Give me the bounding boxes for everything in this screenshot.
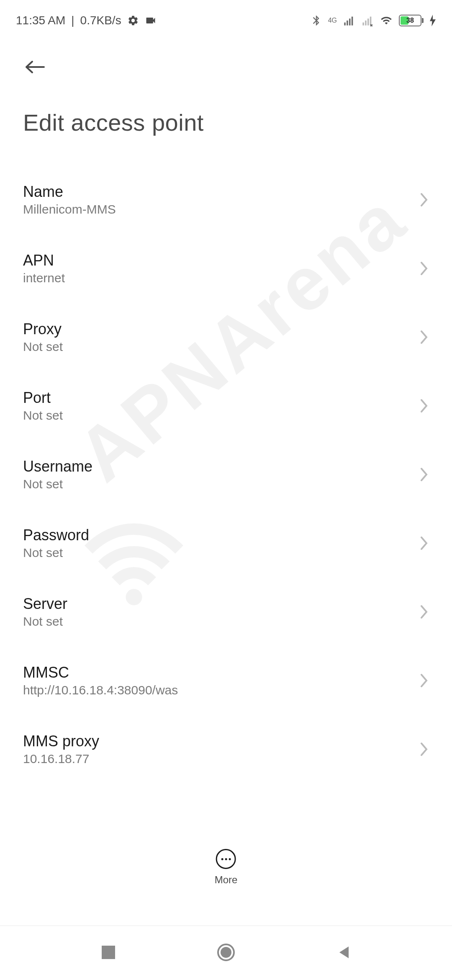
signal-sim2-icon [361, 15, 374, 26]
setting-title: Name [23, 183, 419, 201]
setting-mmsc[interactable]: MMSC http://10.16.18.4:38090/was [23, 646, 429, 715]
chevron-right-icon [419, 741, 429, 758]
setting-mms-proxy[interactable]: MMS proxy 10.16.18.77 [23, 715, 429, 770]
svg-rect-9 [102, 946, 115, 959]
setting-value: Not set [23, 546, 419, 560]
triangle-icon [336, 945, 351, 960]
charging-icon [429, 15, 436, 26]
nav-recent-button[interactable] [101, 945, 116, 962]
setting-value: internet [23, 271, 419, 285]
network-4g-label: 4G [328, 17, 337, 24]
settings-icon [127, 15, 139, 26]
wifi-icon [380, 15, 393, 26]
setting-password[interactable]: Password Not set [23, 509, 429, 578]
chevron-right-icon [419, 466, 429, 483]
chevron-right-icon [419, 191, 429, 208]
back-arrow-icon [23, 59, 48, 75]
navigation-bar [0, 926, 452, 980]
setting-value: Not set [23, 340, 419, 354]
setting-title: Username [23, 458, 419, 475]
setting-proxy[interactable]: Proxy Not set [23, 303, 429, 371]
square-icon [101, 945, 116, 960]
circle-icon [217, 943, 235, 962]
battery-pct: 38 [406, 17, 414, 24]
setting-title: Password [23, 526, 419, 544]
bluetooth-icon [311, 15, 322, 26]
chevron-right-icon [419, 329, 429, 346]
setting-title: MMSC [23, 664, 419, 681]
back-button[interactable] [23, 54, 48, 80]
nav-back-button[interactable] [336, 945, 351, 962]
svg-rect-8 [370, 17, 372, 26]
signal-sim1-icon [343, 15, 355, 26]
svg-rect-6 [365, 21, 367, 26]
setting-port[interactable]: Port Not set [23, 371, 429, 440]
setting-title: APN [23, 252, 419, 269]
chevron-right-icon [419, 603, 429, 620]
setting-title: Server [23, 595, 419, 613]
chevron-right-icon [419, 260, 429, 277]
setting-value: 10.16.18.77 [23, 752, 419, 766]
setting-value: Millenicom-MMS [23, 202, 419, 217]
svg-rect-4 [352, 17, 353, 26]
status-time: 11:35 AM [16, 14, 65, 27]
setting-title: MMS proxy [23, 732, 419, 750]
settings-list: Name Millenicom-MMS APN internet Proxy N… [0, 144, 452, 770]
status-separator: | [71, 14, 74, 27]
page-title: Edit access point [23, 109, 429, 136]
svg-rect-1 [344, 23, 346, 26]
more-button[interactable]: More [215, 849, 238, 886]
camera-icon [145, 15, 157, 26]
chevron-right-icon [419, 397, 429, 414]
setting-value: Not set [23, 408, 419, 423]
setting-value: Not set [23, 477, 419, 491]
more-icon [216, 849, 236, 869]
setting-title: Proxy [23, 320, 419, 338]
svg-rect-5 [362, 23, 364, 26]
status-bar: 11:35 AM | 0.7KB/s 4G 38 [0, 0, 452, 34]
setting-value: Not set [23, 614, 419, 629]
chevron-right-icon [419, 535, 429, 552]
chevron-right-icon [419, 672, 429, 689]
nav-home-button[interactable] [217, 943, 235, 963]
status-data-rate: 0.7KB/s [80, 14, 121, 27]
setting-title: Port [23, 389, 419, 407]
svg-point-11 [221, 947, 231, 958]
setting-username[interactable]: Username Not set [23, 440, 429, 509]
setting-apn[interactable]: APN internet [23, 234, 429, 303]
setting-server[interactable]: Server Not set [23, 578, 429, 646]
battery-icon: 38 [399, 15, 424, 26]
setting-name[interactable]: Name Millenicom-MMS [23, 165, 429, 234]
svg-rect-7 [367, 18, 369, 25]
svg-rect-2 [347, 21, 348, 26]
setting-value: http://10.16.18.4:38090/was [23, 683, 419, 697]
more-label: More [215, 874, 238, 886]
header: Edit access point [0, 34, 452, 144]
svg-rect-3 [349, 18, 351, 25]
